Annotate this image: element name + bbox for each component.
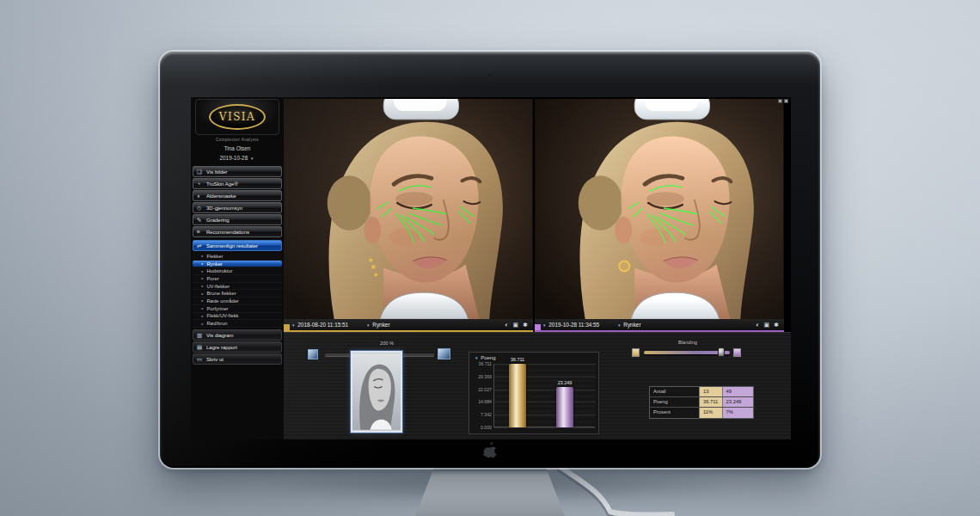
blend-slider[interactable] <box>644 351 730 354</box>
feature-item-texture[interactable]: ●Hudstruktur <box>193 267 282 275</box>
y-axis-tick-label: 22.027 <box>470 387 492 392</box>
sidebar-item-truskin-age[interactable]: ◔TruSkin Age® <box>193 178 282 189</box>
session-date-dropdown[interactable]: 2019-10-28 ▾ <box>191 155 284 161</box>
session-dropdown[interactable]: ▾ 2018-08-20 11:15:51 <box>291 322 348 328</box>
after-value: 23.249 <box>722 397 753 407</box>
mode-dropdown[interactable]: ▾ Rynker <box>616 322 641 328</box>
bullet-icon: ● <box>201 306 203 310</box>
sidebar-item-label: Vis diagram <box>206 333 234 338</box>
sidebar-item-print[interactable]: ▭Skriv ut <box>193 353 282 365</box>
feature-label: Flekker <box>206 254 223 259</box>
feature-item-spots-uv-spots[interactable]: ●Flekk/UV-flekk <box>193 313 282 321</box>
contrast-icon[interactable]: ◐ <box>505 322 508 329</box>
gear-icon[interactable]: ✱ <box>523 322 528 329</box>
monitor-stand <box>415 466 565 516</box>
logo-caption: Complexion Analysis <box>191 138 284 142</box>
sidebar-item-view-images[interactable]: ❏Vis bilder <box>193 166 282 177</box>
bullet-icon: ● <box>201 322 203 326</box>
session-date: 2018-08-20 11:15:51 <box>297 322 348 328</box>
y-axis-tick-label: 0.000 <box>470 425 492 430</box>
chart-metric-dropdown[interactable]: ▾ Poeng <box>474 355 496 360</box>
forehead-rest-device <box>383 99 458 120</box>
visia-app-screen: VISIA Complexion Analysis Tina Olsen 201… <box>191 97 791 439</box>
sidebar: VISIA Complexion Analysis Tina Olsen 201… <box>191 97 284 439</box>
feature-label: Brune flekker <box>206 291 236 296</box>
feature-label: Røde områder <box>206 298 238 304</box>
bar-after <box>556 387 573 427</box>
sidebar-item-label: Vis bilder <box>206 169 228 175</box>
feature-item-pores[interactable]: ●Porer <box>193 275 282 283</box>
sidebar-item-grading[interactable]: ✎Gradering <box>193 214 282 225</box>
navigation-thumbnail[interactable] <box>351 351 402 433</box>
feature-label: Flekk/UV-flekk <box>206 313 238 318</box>
table-row: Poeng36.71123.249 <box>650 397 753 408</box>
feature-label: Porer <box>206 276 218 281</box>
earring <box>619 261 629 272</box>
sidebar-item-view-charts[interactable]: ▥Vis diagram <box>193 329 282 341</box>
mode-dropdown[interactable]: ▾ Rynker <box>365 322 390 328</box>
zoom-in-image-icon[interactable] <box>438 348 450 359</box>
feature-item-red-areas[interactable]: ●Røde områder <box>193 298 282 305</box>
window-minimize-button[interactable] <box>778 99 782 103</box>
bar-chart-plot: 0.0007.34214.68422.02729.36936.71136.711… <box>493 364 595 427</box>
y-axis-tick-label: 29.369 <box>470 374 492 379</box>
mode-label: Rynker <box>623 322 640 328</box>
after-color-swatch[interactable] <box>733 348 741 357</box>
chevron-down-icon: ▾ <box>475 355 478 360</box>
feature-item-wrinkles[interactable]: ●Rynker <box>193 261 282 268</box>
feature-item-red-brown[interactable]: ●Rød/brun <box>193 320 282 328</box>
contrast-icon[interactable]: ◐ <box>756 322 759 329</box>
apple-logo <box>482 442 498 459</box>
visia-logo-plate: VISIA <box>195 99 279 135</box>
patient-name: Tina Olsen <box>191 145 284 151</box>
feature-label: UV-flekker <box>206 284 230 289</box>
bullet-icon: ● <box>201 261 203 266</box>
chevron-down-icon: ▾ <box>543 322 546 328</box>
visia-logo-text: VISIA <box>219 111 256 123</box>
compare-results-label: Sammenlign resultater <box>206 243 258 249</box>
gear-icon[interactable]: ✱ <box>774 322 779 329</box>
view-charts-icon: ▥ <box>197 332 206 339</box>
visia-logo: VISIA <box>209 104 266 130</box>
feature-item-spots[interactable]: ●Flekker <box>193 253 282 261</box>
row-label: Prosent <box>650 408 699 418</box>
caption-toolbar: ◐ ▣ ✱ <box>756 322 779 329</box>
y-axis-tick-label: 14.684 <box>470 399 492 404</box>
blend-slider-knob[interactable] <box>718 347 725 357</box>
bullet-icon: ● <box>201 314 203 318</box>
y-axis-tick-label: 36.711 <box>470 361 492 366</box>
sidebar-item-age-mask[interactable]: ◖Aldersmaske <box>193 190 282 201</box>
sidebar-item-3d-viewer[interactable]: ◇3D-gjennomsyn <box>193 202 282 213</box>
feature-label: Rynker <box>206 261 222 267</box>
accent-corner <box>284 324 290 330</box>
before-color-swatch[interactable] <box>632 348 640 357</box>
bullet-icon: ● <box>201 269 203 273</box>
camera-icon[interactable]: ▣ <box>513 322 519 329</box>
blend-label: Blanding <box>653 340 722 345</box>
window-close-button[interactable] <box>784 99 788 103</box>
row-label: Poeng <box>650 397 699 407</box>
session-dropdown[interactable]: ▾ 2019-10-28 11:34:55 <box>542 322 599 328</box>
sidebar-item-label: Lagre rapport <box>206 345 237 350</box>
camera-icon[interactable]: ▣ <box>764 322 770 329</box>
row-label: Antall <box>650 387 699 396</box>
after-caption-bar: ▾ 2019-10-28 11:34:55 ▾ Rynker ◐ ▣ ✱ <box>535 319 784 332</box>
accent-corner <box>535 324 541 330</box>
sidebar-item-recommendations[interactable]: ≡Recommendations <box>193 226 282 237</box>
sidebar-item-label: Aldersmaske <box>206 194 236 199</box>
feature-item-uv-spots[interactable]: ●UV-flekker <box>193 283 282 291</box>
thumbnail-portrait <box>352 353 401 431</box>
sidebar-item-save-report[interactable]: ▤Lagre rapport <box>193 341 282 353</box>
zoom-out-image-icon[interactable] <box>308 349 318 359</box>
before-value: 13 <box>699 387 722 396</box>
chevron-down-icon: ▾ <box>618 322 621 328</box>
feature-item-brown-spots[interactable]: ●Brune flekker <box>193 290 282 298</box>
view-images-icon: ❏ <box>197 169 206 175</box>
table-row: Prosent11%7% <box>650 408 753 418</box>
sidebar-item-label: Gradering <box>206 218 230 223</box>
before-caption-bar: ▾ 2018-08-20 11:15:51 ▾ Rynker ◐ ▣ ✱ <box>284 319 533 332</box>
table-row: Antall1349 <box>650 387 753 397</box>
sidebar-item-compare-results[interactable]: ⇄ Sammenlign resultater <box>193 240 282 251</box>
feature-item-porphyrins[interactable]: ●Porfyriner <box>193 305 282 313</box>
before-value: 36.711 <box>699 397 722 407</box>
